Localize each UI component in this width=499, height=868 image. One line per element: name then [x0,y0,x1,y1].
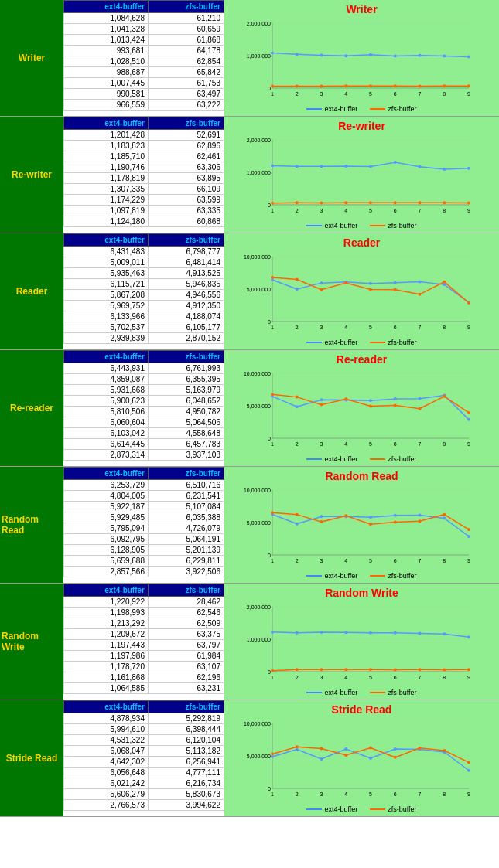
svg-point-233 [369,746,372,749]
table-cell: 62,196 [149,672,224,683]
table-cell: 61,984 [149,651,224,662]
table-row: 5,009,0116,481,414 [64,257,224,268]
data-table-randomwrite: ext4-bufferzfs-buffer1,220,92228,4621,19… [63,584,224,700]
svg-point-53 [344,165,347,168]
svg-text:6: 6 [394,325,397,330]
svg-text:8: 8 [443,558,446,563]
table-cell: 6,510,716 [149,480,224,491]
svg-text:8: 8 [443,208,446,213]
svg-text:2,000,000: 2,000,000 [247,138,271,143]
table-cell: 61,868 [149,35,224,46]
svg-text:2: 2 [296,208,299,213]
table-cell: 1,220,922 [64,597,149,608]
chart-legend-rewriter: ext4-buffer zfs-buffer [227,222,496,230]
table-cell: 6,120,104 [149,735,224,746]
table-cell: 5,969,752 [64,301,149,311]
table-cell: 1,209,672 [64,629,149,640]
table-cell: 6,457,783 [149,439,224,450]
svg-point-168 [443,513,446,516]
section-rewriter: Re-writerext4-bufferzfs-buffer1,201,4285… [0,117,499,233]
table-cell: 4,188,074 [149,311,224,322]
table-cell: 62,896 [149,141,224,151]
legend-zfs: zfs-buffer [370,339,416,346]
table-cell: 6,021,242 [64,778,149,789]
svg-point-58 [467,167,470,170]
table-cell: 6,133,966 [64,311,149,322]
svg-text:7: 7 [419,91,422,97]
table-cell: 62,461 [149,151,224,162]
svg-point-122 [369,399,372,402]
table-row: 6,443,9316,761,993 [64,363,224,374]
table-cell: 63,107 [149,662,224,672]
table-cell: 1,064,585 [64,683,149,694]
table-row: 6,068,0475,113,182 [64,746,224,757]
table-row: 1,197,44363,797 [64,640,224,651]
table-row: 6,060,6045,064,506 [64,417,224,428]
svg-text:3: 3 [320,791,323,797]
chart-title-strideread: Stride Read [227,703,496,716]
svg-point-50 [271,165,274,168]
svg-text:1: 1 [271,675,274,680]
table-cell: 63,306 [149,162,224,173]
chart-container-writer: 2,000,0001,000,0000123456789 [227,17,496,104]
table-row: 1,084,62861,210 [64,13,224,24]
table-cell: 4,859,087 [64,374,149,385]
table-row: 990,58163,497 [64,89,224,100]
chart-legend-strideread: ext4-buffer zfs-buffer [227,805,496,813]
table-row: 966,55963,222 [64,100,224,111]
col-header-ext4-buffer: ext4-buffer [64,234,149,247]
svg-point-135 [467,411,470,414]
svg-text:0: 0 [268,86,271,91]
svg-point-156 [369,516,372,519]
table-cell: 3,994,622 [149,800,224,811]
table-cell: 5,900,623 [64,396,149,407]
svg-point-124 [419,397,422,400]
table-cell: 5,163,979 [149,385,224,396]
legend-label-ext4: ext4-buffer [324,572,357,580]
svg-point-67 [467,201,470,204]
legend-line-ext4 [306,342,322,343]
svg-point-96 [344,281,347,284]
table-row: 5,929,4856,035,388 [64,512,224,523]
table-cell: 6,431,483 [64,247,149,257]
svg-text:8: 8 [443,325,446,330]
svg-point-200 [394,668,397,671]
svg-text:6: 6 [394,208,397,213]
table-cell: 28,462 [149,597,224,608]
col-header-zfs-buffer: zfs-buffer [149,351,224,363]
svg-text:2: 2 [296,91,299,97]
table-cell: 5,810,506 [64,407,149,417]
svg-text:7: 7 [419,441,422,447]
col-header-ext4-buffer: ext4-buffer [64,468,149,480]
table-row: 1,209,67263,375 [64,629,224,640]
table-cell: 3,922,506 [149,567,224,577]
svg-text:8: 8 [443,91,446,97]
row-label-randomwrite: Random Write [0,584,63,700]
table-row: 2,766,5733,994,622 [64,800,224,811]
table-row: 6,103,0424,558,648 [64,428,224,439]
table-row: 6,614,4456,457,783 [64,439,224,450]
table-cell: 4,950,782 [149,407,224,417]
section-randomread: Random Readext4-bufferzfs-buffer6,253,72… [0,467,499,584]
table-cell: 6,128,905 [64,545,149,556]
table-cell: 966,559 [64,100,149,111]
svg-text:2,000,000: 2,000,000 [247,604,271,610]
table-cell: 5,867,208 [64,290,149,301]
svg-point-194 [467,635,470,638]
col-header-ext4-buffer: ext4-buffer [64,701,149,713]
table-row: 1,183,82362,896 [64,141,224,151]
svg-point-16 [271,51,274,54]
table-cell: 5,009,011 [64,257,149,268]
table-cell: 1,124,180 [64,216,149,227]
svg-text:5: 5 [369,325,372,330]
chart-area-randomread: Random Read10,000,0005,000,0000123456789… [224,467,499,583]
svg-point-85 [296,288,299,291]
data-table-strideread: ext4-bufferzfs-buffer4,878,9345,292,8195… [63,700,224,816]
svg-point-132 [394,403,397,407]
svg-point-228 [467,769,470,772]
svg-point-153 [296,523,299,526]
table-cell: 60,868 [149,216,224,227]
svg-text:5: 5 [369,441,372,447]
table-row: 1,124,18060,868 [64,216,224,227]
table-cell: 6,443,931 [64,363,149,374]
